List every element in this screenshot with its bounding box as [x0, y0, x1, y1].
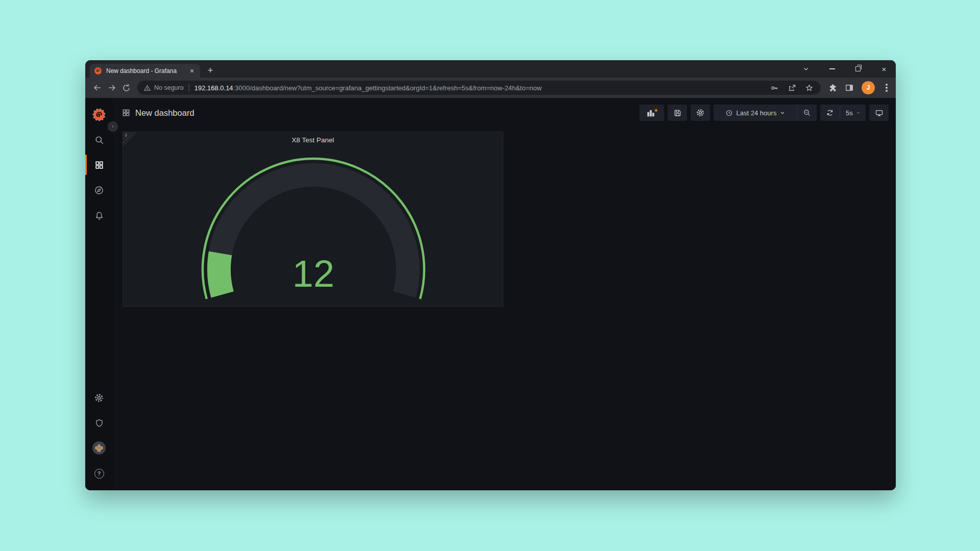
- dashboard-grid-icon: [122, 109, 130, 117]
- kiosk-monitor-icon: [875, 109, 884, 117]
- settings-gear-icon: [696, 108, 705, 117]
- chevron-down-icon: [856, 110, 860, 115]
- time-range-label: Last 24 hours: [737, 109, 777, 117]
- new-tab-button[interactable]: +: [204, 64, 217, 77]
- restore-icon: [855, 66, 861, 71]
- forward-arrow-icon: [107, 83, 117, 93]
- page-title: New dashboard: [135, 108, 194, 118]
- gauge-panel[interactable]: i X8 Test Panel 12: [122, 132, 503, 307]
- time-range-picker[interactable]: Last 24 hours: [714, 105, 797, 121]
- refresh-interval-label: 5s: [846, 109, 853, 117]
- restore-button[interactable]: [853, 64, 863, 73]
- gauge-value-text: 12: [292, 253, 334, 295]
- dashboard-actions: Last 24 hours: [640, 105, 889, 121]
- window-controls: ×: [801, 60, 889, 78]
- refresh-interval-picker[interactable]: 5s: [840, 105, 866, 121]
- browser-window: New dashboard - Grafana × + ×: [85, 60, 896, 490]
- tab-strip: New dashboard - Grafana × + ×: [85, 60, 896, 78]
- extensions-puzzle-icon[interactable]: [828, 83, 837, 92]
- refresh-controls: 5s: [820, 105, 866, 121]
- save-dashboard-button[interactable]: [668, 105, 687, 121]
- sidebar-item-help[interactable]: ?: [85, 467, 113, 480]
- refresh-arrows-icon: [826, 109, 834, 117]
- panel-title[interactable]: X8 Test Panel: [123, 132, 503, 147]
- chevron-right-icon: [111, 124, 114, 129]
- omnibox-divider: [189, 84, 189, 91]
- shield-icon: [94, 418, 104, 428]
- gear-icon: [94, 393, 104, 403]
- forward-button[interactable]: [105, 81, 119, 95]
- url-path: :3000/dashboard/new?utm_source=grafana_g…: [233, 84, 542, 92]
- grafana-logo-icon: [92, 108, 106, 121]
- user-avatar-monster-icon: [93, 442, 105, 454]
- clock-icon: [725, 109, 733, 117]
- gauge-chart: 12: [123, 147, 503, 306]
- sidebar-item-alerting[interactable]: [85, 209, 113, 221]
- sidebar-item-explore[interactable]: [85, 184, 113, 196]
- url-text[interactable]: 192.168.0.14:3000/dashboard/new?utm_sour…: [194, 84, 764, 92]
- kiosk-mode-button[interactable]: [869, 105, 889, 121]
- zoom-out-time-button[interactable]: [797, 105, 817, 121]
- not-secure-warning-icon: [143, 84, 151, 92]
- toolbar-right-cluster: J: [828, 81, 891, 94]
- tab-search-chevron-icon[interactable]: [801, 64, 811, 73]
- profile-avatar[interactable]: J: [862, 81, 875, 94]
- add-panel-button[interactable]: [640, 105, 664, 121]
- minimize-button[interactable]: [827, 64, 837, 73]
- grafana-logo[interactable]: [85, 109, 113, 121]
- grafana-sidebar: ?: [85, 98, 113, 490]
- window-close-button[interactable]: ×: [879, 64, 889, 73]
- dashboard-header: New dashboard: [113, 98, 896, 128]
- omnibox-actions: [770, 84, 814, 92]
- side-panel-icon[interactable]: [845, 83, 854, 92]
- grafana-app: ? New dashboard: [85, 98, 896, 490]
- sidebar-expand-button[interactable]: [108, 121, 118, 132]
- sidebar-item-search[interactable]: [85, 134, 113, 146]
- info-icon: i: [126, 133, 127, 138]
- add-panel-icon: [646, 107, 658, 118]
- grafana-main: New dashboard: [113, 98, 896, 490]
- gauge-value-arc: [219, 253, 223, 294]
- sidebar-item-server-admin[interactable]: [85, 417, 113, 429]
- user-avatar: [92, 441, 106, 455]
- back-arrow-icon: [92, 83, 103, 93]
- sidebar-item-configuration[interactable]: [85, 392, 113, 404]
- tab-title: New dashboard - Grafana: [106, 67, 188, 74]
- reload-button[interactable]: [119, 81, 133, 95]
- dashboard-canvas: i X8 Test Panel 12: [113, 128, 896, 307]
- bell-icon: [94, 211, 104, 220]
- dashboard-settings-button[interactable]: [691, 105, 710, 121]
- reload-icon: [121, 83, 131, 93]
- chevron-down-icon: [780, 110, 785, 115]
- refresh-button[interactable]: [820, 105, 840, 121]
- address-bar[interactable]: No seguro 192.168.0.14:3000/dashboard/ne…: [137, 81, 821, 95]
- dashboard-title-wrap: New dashboard: [122, 108, 194, 118]
- save-floppy-icon: [673, 109, 682, 117]
- back-button[interactable]: [90, 81, 105, 95]
- share-icon[interactable]: [788, 84, 796, 92]
- key-icon[interactable]: [770, 84, 779, 92]
- star-bookmark-icon[interactable]: [805, 84, 814, 92]
- compass-icon: [94, 185, 104, 195]
- browser-menu-icon[interactable]: [886, 87, 888, 89]
- help-question-icon: ?: [94, 469, 104, 479]
- url-host: 192.168.0.14: [194, 84, 233, 92]
- dashboards-grid-icon: [94, 160, 104, 170]
- sidebar-item-user-profile[interactable]: [85, 442, 113, 454]
- desktop-background: New dashboard - Grafana × + ×: [0, 0, 980, 551]
- time-controls: Last 24 hours: [714, 105, 817, 121]
- browser-toolbar: No seguro 192.168.0.14:3000/dashboard/ne…: [85, 78, 896, 98]
- zoom-out-magnifier-icon: [803, 109, 811, 117]
- grafana-favicon-icon: [94, 67, 102, 75]
- minimize-icon: [829, 68, 835, 69]
- browser-tab[interactable]: New dashboard - Grafana ×: [90, 64, 200, 78]
- search-icon: [94, 135, 104, 145]
- tab-close-icon[interactable]: ×: [188, 67, 196, 75]
- security-label[interactable]: No seguro: [154, 84, 184, 91]
- sidebar-item-dashboards[interactable]: [85, 159, 113, 171]
